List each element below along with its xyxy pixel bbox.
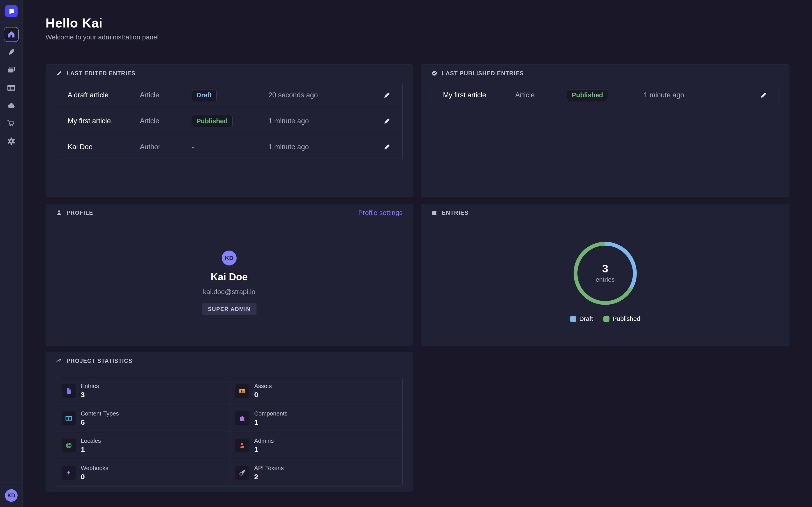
puzzle-icon <box>431 209 438 216</box>
stat-value: 0 <box>81 473 108 481</box>
sidebar-nav <box>0 27 22 149</box>
strapi-logo-icon[interactable] <box>5 5 17 17</box>
stat-label: Entries <box>81 383 99 390</box>
edit-entry-button[interactable] <box>383 91 391 99</box>
chart-legend: Draft Published <box>421 315 789 323</box>
last-published-entries-card: LAST PUBLISHED ENTRIES My first article … <box>421 64 790 197</box>
stat-value: 2 <box>254 473 284 481</box>
stat-label: Content-Types <box>81 410 119 417</box>
stat-label: Webhooks <box>81 465 108 471</box>
project-statistics-card: PROJECT STATISTICS Entries 3 Assets 0 <box>46 352 413 492</box>
stat-locales: Locales 1 <box>56 432 229 459</box>
check-circle-icon <box>431 70 438 76</box>
layout-icon <box>7 83 15 92</box>
card-title: LAST PUBLISHED ENTRIES <box>442 70 524 76</box>
card-title: PROFILE <box>66 210 93 216</box>
draft-swatch <box>570 316 576 322</box>
stat-api-tokens: API Tokens 2 <box>229 459 402 486</box>
feather-icon <box>7 48 15 57</box>
sidebar-item-content-manager[interactable] <box>4 45 19 60</box>
stat-value: 3 <box>81 391 99 399</box>
entry-type: Author <box>140 143 192 151</box>
stat-value: 1 <box>81 446 101 454</box>
sidebar-item-marketplace[interactable] <box>4 116 19 131</box>
page-subtitle: Welcome to your administration panel <box>46 33 159 41</box>
stat-label: Assets <box>254 383 272 390</box>
last-edited-entries-card: LAST EDITED ENTRIES A draft article Arti… <box>46 64 413 197</box>
last-edited-table: A draft article Article Draft 20 seconds… <box>56 82 403 160</box>
sidebar-logo-zone <box>0 0 22 22</box>
sidebar-item-content-type-builder[interactable] <box>4 80 19 95</box>
bolt-icon <box>62 466 76 480</box>
profile-card: PROFILE Profile settings KD Kai Doe kai.… <box>46 204 413 346</box>
sidebar-item-home[interactable] <box>4 27 19 42</box>
profile-avatar: KD <box>222 250 237 266</box>
profile-settings-link[interactable]: Profile settings <box>358 209 403 217</box>
trend-up-icon <box>56 357 62 364</box>
card-header: LAST EDITED ENTRIES <box>46 64 412 82</box>
pencil-icon <box>383 143 391 151</box>
card-title: ENTRIES <box>442 210 468 216</box>
status-empty: - <box>192 143 194 151</box>
entry-time: 1 minute ago <box>268 117 379 125</box>
table-row[interactable]: My first article Article Published 1 min… <box>431 82 779 108</box>
edit-entry-button[interactable] <box>760 91 767 99</box>
stats-grid: Entries 3 Assets 0 Content-Types 6 <box>56 377 403 487</box>
home-icon <box>7 30 15 39</box>
status-badge: Published <box>567 89 608 101</box>
entry-name: My first article <box>443 91 515 99</box>
sidebar-footer: KD <box>0 484 22 507</box>
sidebar-item-media-library[interactable] <box>4 63 19 77</box>
stat-label: Components <box>254 410 287 417</box>
entries-card: ENTRIES 3 entries Draft Published <box>421 204 790 346</box>
entry-time: 1 minute ago <box>644 91 756 99</box>
entries-donut-center: 3 entries <box>577 245 633 301</box>
card-header: PROFILE Profile settings <box>46 204 412 222</box>
table-row[interactable]: Kai Doe Author - 1 minute ago <box>56 134 402 160</box>
role-badge: SUPER ADMIN <box>202 303 256 315</box>
page-header: Hello Kai Welcome to your administration… <box>46 16 159 41</box>
stat-components: Components 1 <box>229 404 402 432</box>
card-header: ENTRIES <box>421 204 789 222</box>
file-icon <box>62 384 76 398</box>
profile-name: Kai Doe <box>211 271 248 283</box>
entry-type: Article <box>515 91 567 99</box>
legend-label: Published <box>613 315 640 323</box>
user-icon <box>235 439 249 452</box>
edit-entry-button[interactable] <box>383 143 391 151</box>
entry-name: A draft article <box>68 91 140 99</box>
last-published-table: My first article Article Published 1 min… <box>431 82 779 108</box>
stat-label: Admins <box>254 437 274 444</box>
strapi-admin-dashboard: KD Hello Kai Welcome to your administrat… <box>0 0 812 507</box>
cloud-icon <box>7 101 15 110</box>
sidebar-item-cloud[interactable] <box>4 98 19 113</box>
media-icon <box>7 66 15 74</box>
table-row[interactable]: My first article Article Published 1 min… <box>56 108 402 134</box>
profile-email: kai.doe@strapi.io <box>203 288 255 296</box>
status-badge: Draft <box>192 89 216 101</box>
user-avatar[interactable]: KD <box>5 489 17 502</box>
entry-name: My first article <box>68 117 140 125</box>
cart-icon <box>7 119 15 128</box>
entry-time: 20 seconds ago <box>268 91 379 99</box>
pencil-icon <box>383 117 391 125</box>
entries-donut-ring: 3 entries <box>573 242 637 305</box>
sidebar-item-settings[interactable] <box>4 134 19 149</box>
stat-label: API Tokens <box>254 465 284 471</box>
picture-icon <box>235 384 249 398</box>
legend-label: Draft <box>579 315 593 323</box>
stat-entries: Entries 3 <box>56 377 229 404</box>
sidebar: KD <box>0 0 23 507</box>
stat-label: Locales <box>81 437 101 444</box>
stat-webhooks: Webhooks 0 <box>56 459 229 486</box>
legend-item-draft: Draft <box>570 315 593 323</box>
stat-admins: Admins 1 <box>229 432 402 459</box>
profile-body: KD Kai Doe kai.doe@strapi.io SUPER ADMIN <box>46 222 412 315</box>
status-badge: Published <box>192 115 233 127</box>
edit-entry-button[interactable] <box>383 117 391 125</box>
pencil-icon <box>760 91 767 99</box>
pencil-icon <box>56 70 62 76</box>
entry-type: Article <box>140 117 192 125</box>
globe-icon <box>62 439 76 452</box>
table-row[interactable]: A draft article Article Draft 20 seconds… <box>56 82 402 108</box>
